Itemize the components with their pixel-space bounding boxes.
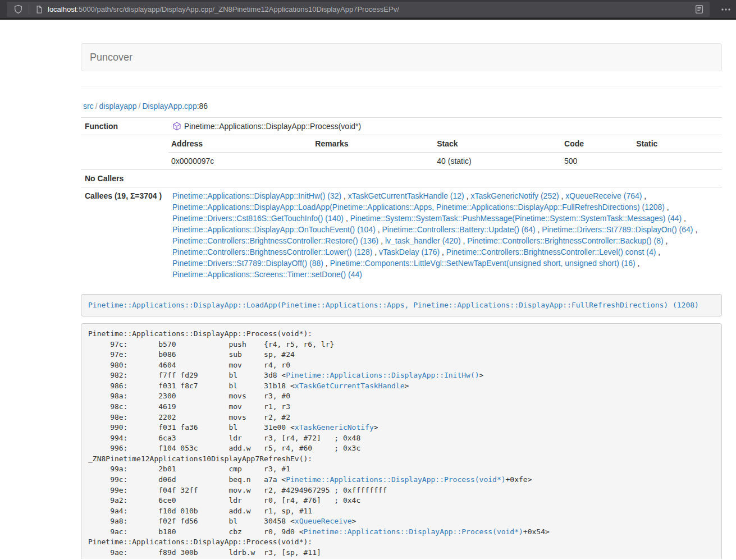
callee-separator: , [376,225,382,234]
asm-text: 98a: 2300 movs r3, #0 [88,392,290,400]
asm-text: 9ae: f89d 300b ldrb.w r3, [sp, #11] [88,548,321,557]
callee-link[interactable]: Pinetime::Applications::DisplayApp::OnTo… [172,225,376,234]
asm-text: > [479,371,484,379]
asm-text: 9a4: f10d 010b add.w r1, sp, #11 [88,507,312,515]
static-value [633,153,722,170]
callee-link[interactable]: Pinetime::Controllers::BrightnessControl… [172,247,372,256]
details-table: Address Remarks Stack Code Static 0x0000… [168,135,722,169]
asm-text: 9b2: 2b0a cmp r3, #10 [88,558,295,559]
callee-link[interactable]: Pinetime::Drivers::St7789::DisplayOn() (… [542,225,693,234]
asm-text: Pinetime::Applications::DisplayApp::Proc… [88,329,312,338]
page-info-icon[interactable] [33,5,45,14]
callee-link[interactable]: Pinetime::Controllers::BrightnessControl… [172,236,378,245]
remarks-value [312,153,434,170]
shield-icon[interactable] [11,4,25,14]
callee-link[interactable]: Pinetime::Applications::DisplayApp::Init… [172,191,341,200]
asm-text: 9a2: 6ce0 ldr r0, [r4, #76] ; 0x4c [88,496,360,504]
reader-mode-icon[interactable] [692,4,706,14]
asm-text: +0x54> [523,527,550,536]
asm-symbol-link[interactable]: Pinetime::Applications::DisplayApp::Proc… [286,475,505,484]
callee-link[interactable]: Pinetime::Drivers::St7789::DisplayOff() … [172,259,323,268]
details-empty-cell [81,135,168,170]
asm-text: > [405,382,409,390]
callee-separator: , [559,191,566,200]
largest-callee-snippet: Pinetime::Applications::DisplayApp::Load… [81,294,722,316]
callee-separator: , [665,203,669,212]
callee-separator: , [636,259,640,268]
callee-separator: , [344,214,350,223]
asm-text: 980: 4604 mov r4, r0 [88,361,290,369]
callee-separator: , [464,191,471,200]
page: Puncover src/displayapp/DisplayApp.cpp:8… [0,20,736,559]
callee-link[interactable]: Pinetime::System::SystemTask::PushMessag… [350,214,682,223]
callee-link[interactable]: xTaskGetCurrentTaskHandle (12) [348,191,464,200]
asm-text: 994: 6ca3 ldr r3, [r4, #72] ; 0x48 [88,434,360,442]
asm-text: 99a: 2b01 cmp r3, #1 [88,465,290,473]
symbol-table: Function Pinetime::Applications::Display… [81,117,722,283]
asm-symbol-link[interactable]: Pinetime::Applications::DisplayApp::Init… [286,371,479,379]
callee-link[interactable]: Pinetime::Controllers::Battery::Update()… [382,225,536,234]
no-callers-empty-cell [168,170,722,187]
asm-text: 99e: f04f 32ff mov.w r2, #4294967295 ; 0… [88,486,387,494]
asm-symbol-link[interactable]: xTaskGetCurrentTaskHandle [295,382,405,390]
details-row: Address Remarks Stack Code Static 0x0000… [81,135,722,170]
asm-text: 97c: b570 push {r4, r5, r6, lr} [88,340,334,348]
callee-separator: , [378,236,385,245]
asm-text: 9a8: f02f fd56 bl 30458 < [88,517,295,525]
snippet-link[interactable]: Pinetime::Applications::DisplayApp::Load… [88,301,699,309]
callee-link[interactable]: Pinetime::Applications::DisplayApp::Load… [172,203,665,212]
assembly-listing: Pinetime::Applications::DisplayApp::Proc… [81,323,722,559]
function-name-cell: Pinetime::Applications::DisplayApp::Proc… [168,118,722,135]
breadcrumb-separator: / [94,102,99,111]
callee-link[interactable]: Pinetime::Components::LittleVgl::SetNewT… [330,259,636,268]
static-header: Static [633,135,722,153]
breadcrumb-link-displayapp[interactable]: displayapp [99,102,137,111]
address-value: 0x0000097c [168,153,312,170]
url-bar[interactable]: localhost:5000/path/src/displayapp/Displ… [7,2,710,17]
callee-link[interactable]: Pinetime::Drivers::Cst816S::GetTouchInfo… [172,214,344,223]
navbar: Puncover [81,43,722,71]
asm-symbol-link[interactable]: Pinetime::Applications::DisplayApp::Proc… [304,527,523,536]
callee-link[interactable]: vTaskDelay (176) [379,247,440,256]
callee-separator: , [536,225,542,234]
callee-link[interactable]: xTaskGenericNotify (252) [470,191,559,200]
asm-text: 9ac: b180 cbz r0, 9d0 < [88,527,304,536]
breadcrumb-link-src[interactable]: src [83,102,94,111]
browser-toolbar: localhost:5000/path/src/displayapp/Displ… [0,0,736,20]
urlbar-separator [29,4,29,14]
url-path: :5000/path/src/displayapp/DisplayApp.cpp… [76,5,399,13]
callee-separator: , [440,247,446,256]
no-callers-row: No Callers [81,170,722,187]
callee-separator: , [372,247,379,256]
asm-text: _ZN8Pinetime12Applications10DisplayApp7R… [88,455,312,463]
brand-link[interactable]: Puncover [81,43,141,71]
asm-text: Pinetime::Applications::DisplayApp::Proc… [88,538,312,546]
ellipsis-menu-icon[interactable] [719,8,733,11]
callee-separator: , [642,191,646,200]
details-value-row: 0x0000097c 40 (static) 500 [168,153,722,170]
callees-row: Callees (19, Σ=3704 ) Pinetime::Applicat… [81,187,722,283]
breadcrumb-link-file[interactable]: DisplayApp.cpp [142,102,196,111]
url-text[interactable]: localhost:5000/path/src/displayapp/Displ… [48,5,692,13]
callee-link[interactable]: Pinetime::Controllers::BrightnessControl… [467,236,663,245]
asm-text: > [352,517,356,525]
breadcrumb-line-number: :86 [197,102,208,111]
asm-text: 98e: 2202 movs r2, #2 [88,413,290,421]
callee-link[interactable]: Pinetime::Applications::Screens::Timer::… [172,270,362,279]
asm-text: 990: f031 fa36 bl 31e00 < [88,423,295,432]
callee-link[interactable]: Pinetime::Controllers::BrightnessControl… [446,247,656,256]
details-table-cell: Address Remarks Stack Code Static 0x0000… [168,135,722,170]
asm-text: 982: f7ff fd29 bl 3d8 < [88,371,286,379]
callee-link[interactable]: lv_task_handler (420) [385,236,461,245]
asm-symbol-link[interactable]: xTaskGenericNotify [295,423,374,432]
callee-separator: , [682,214,686,223]
address-header: Address [168,135,312,153]
callee-separator: , [461,236,468,245]
asm-text: 996: f104 053c add.w r5, r4, #60 ; 0x3c [88,444,360,452]
function-label: Function [81,118,168,135]
asm-symbol-link[interactable]: xQueueReceive [295,517,352,525]
divider [81,86,722,86]
cube-icon [172,122,181,131]
remarks-header: Remarks [312,135,434,153]
callee-link[interactable]: xQueueReceive (764) [565,191,642,200]
